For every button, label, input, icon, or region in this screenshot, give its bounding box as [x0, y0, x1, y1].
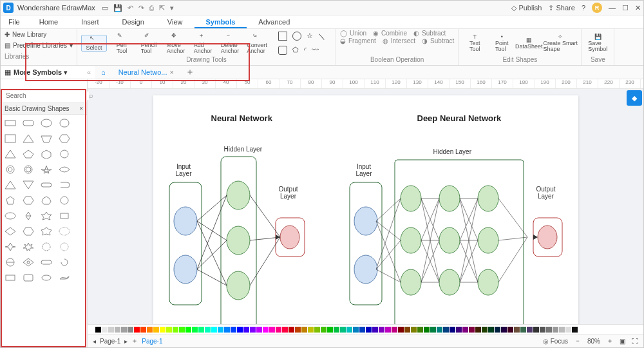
color-swatch[interactable]: [424, 327, 430, 333]
color-swatch[interactable]: [482, 327, 488, 333]
color-swatch[interactable]: [533, 327, 539, 333]
zoom-in-button[interactable]: ＋: [607, 336, 613, 345]
bool-combine[interactable]: ◉Combine: [373, 30, 407, 37]
shape-stencil[interactable]: [57, 272, 71, 284]
color-swatch[interactable]: [385, 327, 391, 333]
shape-stencil[interactable]: [3, 133, 17, 144]
shape-stencil[interactable]: [57, 148, 71, 160]
shape-stencil[interactable]: [57, 210, 71, 222]
color-swatch[interactable]: [256, 327, 262, 333]
shape-stencil[interactable]: [21, 164, 35, 175]
publish-button[interactable]: ◇ Publish: [511, 4, 542, 12]
preset-polygon[interactable]: ⬠: [292, 46, 299, 55]
color-swatch[interactable]: [327, 327, 333, 333]
print-icon[interactable]: ⎙: [149, 4, 154, 12]
shape-stencil[interactable]: [57, 195, 71, 206]
shape-stencil[interactable]: [3, 256, 17, 268]
color-swatch[interactable]: [456, 327, 462, 333]
color-swatch[interactable]: [392, 327, 397, 333]
bool-subtract2[interactable]: ◑Subtract: [422, 38, 454, 44]
preset-line[interactable]: ＼: [318, 32, 325, 41]
color-swatch[interactable]: [295, 327, 301, 333]
menu-design[interactable]: Design: [111, 15, 156, 28]
shape-stencil[interactable]: [39, 179, 53, 191]
drawing-page[interactable]: Neural Network Deep Neural Network Input…: [153, 95, 578, 324]
color-swatch[interactable]: [276, 327, 281, 333]
color-swatch[interactable]: [301, 327, 307, 333]
color-swatch[interactable]: [108, 327, 114, 333]
zoom-out-button[interactable]: －: [574, 336, 581, 345]
color-swatch[interactable]: [334, 327, 339, 333]
shape-stencil[interactable]: [21, 272, 35, 284]
shape-stencil[interactable]: [39, 226, 53, 237]
shape-stencil[interactable]: [57, 226, 71, 237]
color-swatch[interactable]: [198, 327, 204, 333]
color-swatch[interactable]: [218, 327, 223, 333]
color-swatch[interactable]: [353, 327, 359, 333]
pen-tool[interactable]: ✎Pen Tool: [109, 33, 134, 54]
shape-stencil[interactable]: [39, 195, 53, 206]
menu-insert[interactable]: Insert: [70, 15, 111, 28]
color-swatch[interactable]: [475, 327, 481, 333]
color-swatch[interactable]: [160, 327, 166, 333]
shape-stencil[interactable]: [21, 256, 35, 268]
color-swatch[interactable]: [121, 327, 127, 333]
shape-stencil[interactable]: [57, 256, 71, 268]
color-swatch[interactable]: [224, 327, 230, 333]
color-swatch[interactable]: [359, 327, 365, 333]
color-swatch[interactable]: [372, 327, 378, 333]
next-page-button[interactable]: ▸: [124, 338, 128, 345]
shape-stencil[interactable]: [21, 195, 35, 206]
color-swatch[interactable]: [321, 327, 327, 333]
color-swatch[interactable]: [269, 327, 275, 333]
color-swatch[interactable]: [289, 327, 294, 333]
color-swatch[interactable]: [140, 327, 146, 333]
undo-icon[interactable]: ↶: [128, 4, 133, 12]
preset-curve[interactable]: 〰: [312, 46, 319, 55]
color-swatch[interactable]: [565, 327, 571, 333]
color-swatch[interactable]: [115, 327, 120, 333]
color-swatch[interactable]: [231, 327, 236, 333]
move-anchor-tool[interactable]: ✥Move Anchor: [164, 33, 188, 54]
shape-stencil[interactable]: [3, 226, 17, 237]
color-swatch[interactable]: [250, 327, 256, 333]
color-swatch[interactable]: [507, 327, 513, 333]
color-swatch[interactable]: [192, 327, 198, 333]
fullscreen-button[interactable]: ⛶: [632, 338, 638, 345]
user-avatar[interactable]: R: [592, 3, 602, 13]
preset-rect[interactable]: [278, 32, 287, 41]
menu-view[interactable]: View: [156, 15, 194, 28]
canvas-scroll[interactable]: ◆ Neural Network Deep Neural Network Inp…: [88, 89, 643, 324]
shape-stencil[interactable]: [57, 179, 71, 191]
shape-stencil[interactable]: [21, 179, 35, 191]
delete-anchor-tool[interactable]: －Delete Anchor: [218, 33, 242, 54]
shape-stencil[interactable]: [39, 117, 53, 129]
shape-stencil[interactable]: [57, 164, 71, 175]
prev-page-button[interactable]: ◂: [93, 338, 96, 345]
color-swatch[interactable]: [366, 327, 372, 333]
menu-advanced[interactable]: Advanced: [247, 15, 301, 28]
color-swatch[interactable]: [430, 327, 436, 333]
shape-stencil[interactable]: [3, 195, 17, 206]
color-swatch[interactable]: [166, 327, 172, 333]
color-swatch[interactable]: [443, 327, 449, 333]
color-swatch[interactable]: [462, 327, 468, 333]
preset-roundrect[interactable]: [278, 46, 287, 55]
color-swatch[interactable]: [572, 327, 578, 333]
shape-stencil[interactable]: [21, 148, 35, 160]
shape-stencil[interactable]: [57, 133, 71, 144]
color-swatch[interactable]: [346, 327, 352, 333]
maximize-button[interactable]: ☐: [622, 4, 629, 12]
color-swatch[interactable]: [553, 327, 558, 333]
color-swatch[interactable]: [540, 327, 545, 333]
export-icon[interactable]: ⇱: [159, 4, 165, 12]
color-swatch[interactable]: [501, 327, 507, 333]
color-swatch[interactable]: [314, 327, 320, 333]
preset-arc[interactable]: ◜: [304, 46, 307, 55]
search-input[interactable]: [5, 92, 89, 100]
save-icon[interactable]: 💾: [113, 4, 122, 12]
color-swatch[interactable]: [128, 327, 133, 333]
create-smart-shape[interactable]: ✧Create Smart Shape: [544, 34, 577, 52]
color-swatch[interactable]: [527, 327, 533, 333]
convert-anchor-tool[interactable]: ⤿Convert Anchor: [245, 33, 269, 54]
